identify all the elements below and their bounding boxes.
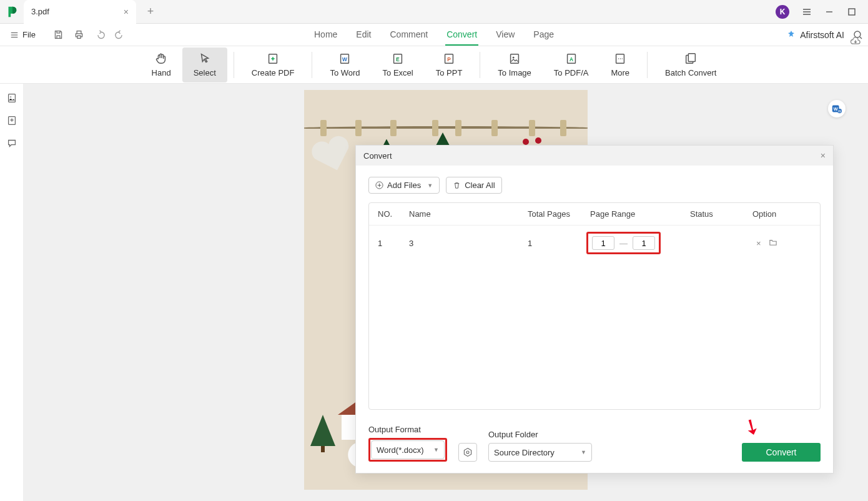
comment-panel-icon[interactable]	[6, 137, 17, 149]
more-label: More	[611, 68, 629, 77]
tool-create-pdf[interactable]: Create PDF	[240, 47, 306, 82]
svg-marker-24	[464, 449, 471, 457]
dialog-titlebar[interactable]: Convert ×	[356, 146, 833, 166]
tool-to-image[interactable]: To Image	[486, 47, 542, 82]
hamburger-icon[interactable]	[802, 7, 812, 17]
separator	[480, 52, 480, 78]
tool-hand[interactable]: Hand	[141, 47, 182, 82]
batch-label: Batch Convert	[665, 68, 716, 77]
svg-rect-9	[511, 54, 519, 64]
cloud-sync-icon[interactable]	[849, 36, 862, 46]
menu-convert[interactable]: Convert	[445, 24, 478, 46]
cell-no: 1	[378, 239, 409, 248]
dialog-title-text: Convert	[363, 151, 392, 161]
file-label: File	[22, 30, 36, 39]
ai-label: Afirstsoft AI	[800, 30, 844, 40]
bookmark-icon[interactable]	[6, 115, 17, 126]
svg-text:P: P	[447, 57, 451, 62]
output-format-label: Output Format	[368, 425, 447, 434]
close-tab-icon[interactable]: ×	[124, 7, 129, 17]
create-pdf-label: Create PDF	[252, 68, 295, 77]
table-row: 1 3 1 — ×	[369, 226, 820, 260]
cell-total: 1	[528, 239, 590, 248]
menubar: File Home Edit Comment Convert View Page…	[0, 24, 868, 46]
floating-word-icon[interactable]: WW	[828, 100, 846, 117]
cell-name: 3	[409, 239, 528, 248]
thumbnails-icon[interactable]	[6, 92, 17, 104]
menu-view[interactable]: View	[495, 24, 516, 46]
remove-row-icon[interactable]: ×	[756, 239, 761, 248]
page-range-highlight: —	[586, 232, 661, 254]
document-tab[interactable]: 3.pdf ×	[24, 0, 136, 24]
undo-icon[interactable]	[94, 29, 105, 40]
svg-text:W: W	[834, 106, 838, 112]
output-format-highlight: Word(*.docx) ▼	[368, 438, 447, 462]
to-excel-label: To Excel	[383, 68, 413, 77]
open-folder-icon[interactable]	[769, 239, 777, 248]
tool-to-pdfa[interactable]: A To PDF/A	[543, 47, 600, 82]
range-from-input[interactable]	[592, 236, 614, 250]
range-to-input[interactable]	[633, 236, 655, 250]
menu-home[interactable]: Home	[313, 24, 338, 46]
col-status: Status	[690, 209, 752, 219]
tool-select-label: Select	[194, 68, 216, 77]
range-separator: —	[619, 239, 628, 248]
svg-rect-15	[689, 54, 696, 62]
output-folder-value: Source Directory	[494, 448, 555, 457]
to-ppt-label: To PPT	[436, 68, 463, 77]
tool-to-ppt[interactable]: P To PPT	[425, 47, 474, 82]
add-files-button[interactable]: Add Files ▼	[368, 177, 440, 194]
col-no: NO.	[378, 209, 409, 219]
left-rail	[0, 84, 24, 501]
maximize-icon[interactable]	[847, 7, 857, 17]
menu-edit[interactable]: Edit	[355, 24, 372, 46]
table-header: NO. Name Total Pages Page Range Status O…	[369, 203, 820, 226]
svg-rect-16	[8, 94, 15, 102]
svg-point-25	[466, 451, 469, 454]
tab-title: 3.pdf	[31, 7, 99, 16]
to-word-label: To Word	[330, 68, 360, 77]
redo-icon[interactable]	[115, 29, 126, 40]
file-menu[interactable]: File	[5, 30, 41, 39]
col-name: Name	[409, 209, 528, 219]
dialog-close-icon[interactable]: ×	[821, 151, 826, 161]
svg-point-17	[10, 96, 11, 97]
convert-dialog: Convert × Add Files ▼ Clear All NO. Name…	[355, 145, 834, 474]
ribbon: Hand Select Create PDF W To Word E To Ex…	[0, 46, 868, 84]
svg-text:E: E	[396, 57, 400, 62]
print-icon[interactable]	[74, 29, 84, 40]
tool-hand-label: Hand	[152, 68, 171, 77]
svg-text:A: A	[570, 57, 573, 62]
tool-to-excel[interactable]: E To Excel	[372, 47, 425, 82]
svg-text:W: W	[343, 57, 348, 62]
chevron-down-icon: ▼	[433, 447, 439, 453]
tool-more[interactable]: More	[599, 47, 641, 82]
to-pdfa-label: To PDF/A	[554, 68, 589, 77]
separator	[312, 52, 312, 78]
clear-all-button[interactable]: Clear All	[446, 177, 501, 194]
tool-select[interactable]: Select	[182, 47, 227, 82]
app-logo	[0, 0, 24, 24]
output-folder-label: Output Folder	[488, 430, 592, 439]
settings-gear-icon[interactable]	[458, 443, 477, 462]
chevron-down-icon: ▼	[427, 182, 433, 189]
output-folder-select[interactable]: Source Directory ▼	[488, 443, 592, 462]
tool-to-word[interactable]: W To Word	[318, 47, 371, 82]
tool-batch-convert[interactable]: Batch Convert	[654, 47, 727, 82]
add-tab-button[interactable]: +	[141, 2, 160, 21]
svg-rect-0	[849, 9, 855, 15]
svg-point-10	[513, 57, 515, 59]
add-files-label: Add Files	[387, 181, 421, 190]
ai-button[interactable]: Afirstsoft AI	[786, 30, 844, 40]
convert-button[interactable]: Convert	[742, 443, 821, 462]
separator	[234, 52, 234, 78]
user-avatar[interactable]: K	[776, 5, 789, 19]
save-icon[interactable]	[53, 29, 64, 40]
output-format-select[interactable]: Word(*.docx) ▼	[371, 440, 445, 459]
menu-comment[interactable]: Comment	[388, 24, 429, 46]
chevron-down-icon: ▼	[581, 449, 586, 455]
col-total: Total Pages	[528, 209, 590, 219]
minimize-icon[interactable]	[824, 7, 834, 17]
menu-page[interactable]: Page	[532, 24, 555, 46]
to-image-label: To Image	[498, 68, 531, 77]
